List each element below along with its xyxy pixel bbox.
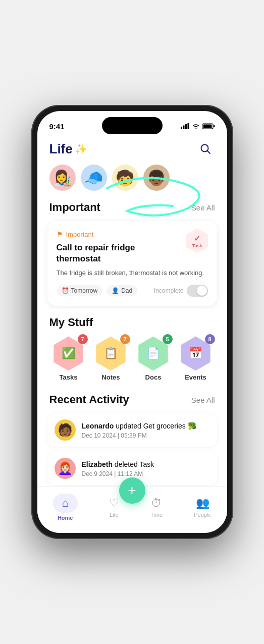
stuff-item-docs[interactable]: 📄 5 Docs xyxy=(136,336,171,381)
svg-rect-0 xyxy=(181,127,182,129)
activity-content-1: Leonardo updated Get groceries 🥦 Dec 10 … xyxy=(82,421,210,440)
wifi-icon xyxy=(192,123,200,129)
toggle-area: Incomplete xyxy=(154,285,208,297)
activity-item-1[interactable]: 🧑🏾 Leonardo updated Get groceries 🥦 Dec … xyxy=(47,413,217,447)
notes-label: Notes xyxy=(101,373,120,381)
avatar-4[interactable]: 👦🏾 xyxy=(143,165,170,191)
activity-action-2: deleted Task xyxy=(115,460,154,468)
events-badge: 8 xyxy=(205,334,215,344)
tag-person: 👤 Dad xyxy=(107,285,137,296)
avatar-3[interactable]: 🧒 xyxy=(112,165,138,191)
home-icon: ⌂ xyxy=(62,497,69,509)
header-title: Life ✨ xyxy=(49,141,87,157)
signal-icon xyxy=(181,123,189,129)
life-icon: ♡ xyxy=(109,497,119,510)
activity-list: 🧑🏾 Leonardo updated Get groceries 🥦 Dec … xyxy=(37,413,227,486)
people-icon: 👥 xyxy=(196,497,209,510)
status-icons xyxy=(181,123,215,129)
docs-icon: 📄 xyxy=(146,347,160,360)
notes-icon: 📋 xyxy=(104,347,118,360)
nav-home-pill: ⌂ xyxy=(53,494,78,513)
card-footer: ⏰ Tomorrow 👤 Dad Incomplete xyxy=(57,285,208,297)
title-text: Life xyxy=(49,141,73,157)
time-icon: ⏱ xyxy=(151,497,162,510)
phone-frame: 9:41 xyxy=(31,105,233,539)
avatar-1[interactable]: 👩‍🎨 xyxy=(49,165,76,191)
task-badge: ✓ Task xyxy=(185,228,210,253)
activity-time-1: Dec 10 2024 | 05:39 PM xyxy=(82,432,210,439)
task-label: Task xyxy=(192,243,202,248)
important-section-header: Important See All xyxy=(37,201,227,221)
important-label: Important xyxy=(66,231,94,238)
activity-content-2: Elizabeth deleted Task Dec 9 2024 | 11:1… xyxy=(82,460,210,478)
task-hex: ✓ Task xyxy=(185,228,210,253)
my-stuff-section-header: My Stuff xyxy=(37,316,227,336)
svg-line-8 xyxy=(207,151,210,154)
header: Life ✨ xyxy=(37,137,227,165)
tag-time-text: Tomorrow xyxy=(71,287,98,294)
tasks-badge: 7 xyxy=(78,334,88,344)
important-card[interactable]: ⚑ Important ✓ Task Call to repair fridge… xyxy=(47,221,217,306)
svg-rect-1 xyxy=(183,126,184,130)
activity-avatar-1: 🧑🏾 xyxy=(55,419,76,441)
search-button[interactable] xyxy=(196,139,215,158)
svg-rect-2 xyxy=(185,124,187,129)
avatar-2[interactable]: 🧢 xyxy=(81,165,107,191)
dynamic-island xyxy=(102,117,163,134)
my-stuff-grid: ✅ 7 Tasks 📋 7 xyxy=(37,336,227,393)
phone-screen: 9:41 xyxy=(37,111,227,533)
search-icon xyxy=(200,143,211,154)
avatars-row: 👩‍🎨 🧢 🧒 👦🏾 xyxy=(37,165,227,201)
activity-time-2: Dec 9 2024 | 11:12 AM xyxy=(82,470,210,477)
card-description: The fridge is still broken, thermostat i… xyxy=(57,269,208,278)
activity-action-1: updated Get groceries 🥦 xyxy=(116,422,196,430)
activity-text-2: Elizabeth deleted Task xyxy=(82,460,210,470)
stuff-item-events[interactable]: 📅 8 Events xyxy=(179,336,213,381)
docs-label: Docs xyxy=(145,373,162,381)
clock-icon: ⏰ xyxy=(62,287,69,294)
nav-life-label: Life xyxy=(110,512,119,518)
recent-activity-header: Recent Activity See All xyxy=(37,393,227,413)
fab-button[interactable]: + xyxy=(119,477,145,504)
nav-people-label: People xyxy=(194,512,211,518)
toggle-switch[interactable] xyxy=(187,285,208,297)
docs-badge: 5 xyxy=(163,334,173,344)
flag-icon: ⚑ xyxy=(57,230,63,238)
phone-wrapper: 9:41 xyxy=(0,0,264,644)
activity-see-all[interactable]: See All xyxy=(191,396,215,404)
nav-time[interactable]: ⏱ Time xyxy=(142,495,171,520)
svg-rect-5 xyxy=(214,125,215,127)
activity-name-1: Leonardo xyxy=(82,422,114,430)
status-label: Incomplete xyxy=(154,287,184,294)
events-label: Events xyxy=(185,373,206,381)
person-icon: 👤 xyxy=(112,287,119,294)
screen-content: Life ✨ 👩‍🎨 🧢 🧒 👦🏾 xyxy=(37,137,227,486)
my-stuff-title: My Stuff xyxy=(49,316,93,329)
tag-person-text: Dad xyxy=(121,287,132,294)
stuff-item-tasks[interactable]: ✅ 7 Tasks xyxy=(51,336,86,381)
battery-icon xyxy=(202,123,215,129)
recent-activity-title: Recent Activity xyxy=(49,393,129,406)
nav-people[interactable]: 👥 People xyxy=(186,495,219,520)
events-icon: 📅 xyxy=(189,347,202,360)
important-see-all[interactable]: See All xyxy=(191,203,215,212)
card-tags: ⏰ Tomorrow 👤 Dad xyxy=(57,285,138,296)
tasks-icon: ✅ xyxy=(62,347,75,360)
nav-home[interactable]: ⌂ Home xyxy=(45,492,86,523)
svg-rect-6 xyxy=(203,125,212,128)
activity-avatar-2: 👩🏻‍🦰 xyxy=(55,458,76,479)
stuff-item-notes[interactable]: 📋 7 Notes xyxy=(94,336,128,381)
nav-time-label: Time xyxy=(150,512,163,518)
sparkle-icon: ✨ xyxy=(75,143,87,155)
activity-text-1: Leonardo updated Get groceries 🥦 xyxy=(82,421,210,432)
activity-name-2: Elizabeth xyxy=(82,460,113,468)
tag-time: ⏰ Tomorrow xyxy=(57,285,103,296)
svg-rect-3 xyxy=(187,123,189,129)
tasks-label: Tasks xyxy=(60,373,78,381)
important-title: Important xyxy=(49,201,100,214)
notes-badge: 7 xyxy=(120,334,130,344)
nav-home-label: Home xyxy=(58,515,73,521)
status-time: 9:41 xyxy=(49,122,65,131)
